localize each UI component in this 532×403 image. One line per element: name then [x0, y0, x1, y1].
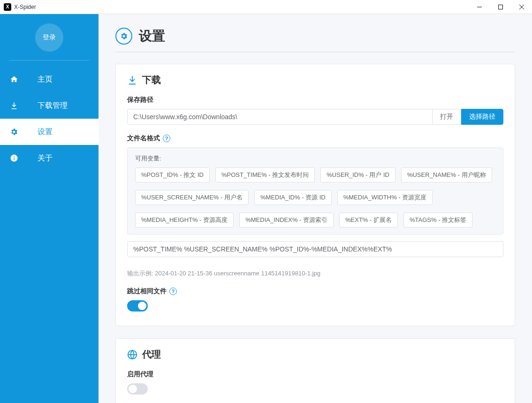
variable-tag[interactable]: %POST_TIME% - 推文发布时间 [215, 167, 315, 182]
variable-tag[interactable]: %MEDIA_INDEX% - 资源索引 [239, 213, 334, 228]
sidebar: 登录 主页 下载管理 设置 关于 [0, 14, 99, 403]
gear-icon [9, 128, 19, 136]
variables-box: 可用变量: %POST_ID% - 推文 ID%POST_TIME% - 推文发… [127, 147, 503, 235]
titlebar: X X-Spider [0, 0, 532, 14]
page-header: 设置 [115, 27, 515, 45]
globe-icon [127, 350, 137, 360]
sidebar-item-download-manager[interactable]: 下载管理 [0, 92, 99, 119]
sidebar-item-label: 主页 [38, 75, 53, 84]
sidebar-item-about[interactable]: 关于 [0, 145, 99, 171]
download-card: 下载 保存路径 打开 选择路径 文件名格式 ? 可用变量: %POST_ID% … [115, 64, 515, 326]
skip-same-toggle[interactable] [127, 300, 148, 312]
sidebar-item-home[interactable]: 主页 [0, 66, 99, 92]
skip-same-label: 跳过相同文件 ? [127, 287, 503, 296]
sidebar-item-settings[interactable]: 设置 [0, 119, 99, 145]
download-icon [127, 75, 137, 85]
output-example: 输出示例: 2024-01-20 21-15-36 userscreenname… [127, 269, 503, 278]
variable-tag[interactable]: %TAGS% - 推文标签 [403, 213, 472, 228]
login-button[interactable]: 登录 [35, 23, 63, 52]
variable-tag[interactable]: %EXT% - 扩展名 [339, 213, 398, 228]
sidebar-item-label: 下载管理 [38, 101, 68, 111]
sidebar-item-label: 关于 [38, 153, 53, 163]
window-title: X-Spider [14, 4, 469, 10]
choose-path-button[interactable]: 选择路径 [461, 109, 503, 125]
variable-tag[interactable]: %MEDIA_WIDTH% - 资源宽度 [337, 190, 433, 205]
save-path-input[interactable] [127, 109, 433, 125]
page-title: 设置 [139, 27, 165, 45]
enable-proxy-toggle[interactable] [127, 383, 148, 395]
variable-tag[interactable]: %USER_NAME% - 用户昵称 [401, 167, 492, 182]
variable-tag[interactable]: %MEDIA_ID% - 资源 ID [254, 190, 332, 205]
header-divider [115, 52, 515, 53]
enable-proxy-label: 启用代理 [127, 370, 503, 379]
filename-format-input[interactable] [127, 241, 503, 257]
download-icon [9, 101, 19, 110]
variable-tag[interactable]: %POST_ID% - 推文 ID [135, 167, 210, 182]
maximize-button[interactable] [490, 0, 511, 14]
card-title: 代理 [142, 348, 161, 361]
close-button[interactable] [511, 0, 532, 14]
proxy-card: 代理 启用代理 代理地址 [115, 338, 515, 403]
sidebar-divider [9, 60, 89, 61]
card-title: 下载 [142, 74, 161, 86]
home-icon [9, 75, 19, 84]
help-icon[interactable]: ? [169, 288, 177, 295]
minimize-button[interactable] [469, 0, 490, 14]
save-path-label: 保存路径 [127, 96, 503, 104]
variable-tag[interactable]: %USER_SCREEN_NAME% - 用户名 [135, 190, 249, 205]
content-area: 设置 下载 保存路径 打开 选择路径 文件名格式 ? 可用变量: [99, 14, 532, 403]
help-icon[interactable]: ? [163, 135, 170, 142]
svg-rect-6 [14, 156, 15, 157]
variable-tag[interactable]: %MEDIA_HEIGHT% - 资源高度 [135, 213, 234, 228]
open-button[interactable]: 打开 [433, 109, 461, 125]
svg-rect-1 [498, 5, 502, 9]
available-vars-label: 可用变量: [135, 154, 495, 163]
svg-rect-5 [14, 158, 15, 160]
app-icon: X [4, 3, 11, 11]
sidebar-item-label: 设置 [38, 127, 53, 137]
filename-format-label: 文件名格式 ? [127, 134, 503, 143]
gear-icon [115, 28, 132, 45]
variable-tag[interactable]: %USER_ID% - 用户 ID [320, 167, 395, 182]
info-icon [9, 154, 19, 162]
